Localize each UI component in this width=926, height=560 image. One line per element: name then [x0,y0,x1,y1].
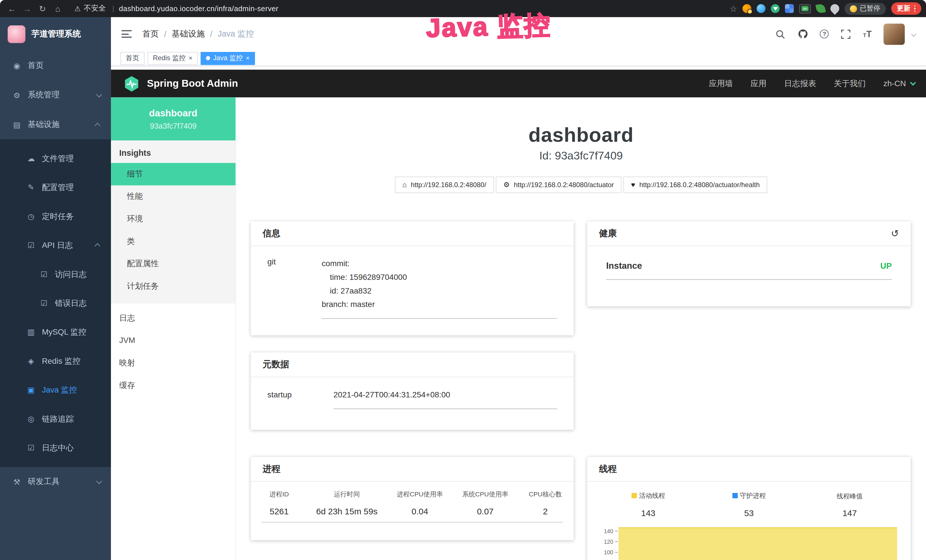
threads-card: 线程 活动线程 守护进程 [587,457,911,560]
sba-item-environment[interactable]: 环境 [111,208,236,230]
sba-item-details[interactable]: 细节 [111,163,236,185]
drop-extension-icon[interactable] [757,4,766,13]
history-icon[interactable]: ↺ [891,228,899,239]
metadata-card: 元数据 startup 2021-04-27T00:44:31.254+08:0… [251,352,574,430]
sba-nav-journal[interactable]: 日志报表 [784,78,816,89]
chevron-down-icon[interactable] [911,31,916,36]
admin-sidebar: 芋道管理系统 ◉ 首页 ⚙ 系统管理 ▤ 基础设施 ☁ 文件管理 [0,17,111,560]
instance-block[interactable]: dashboard 93a3fc7f7409 [111,97,236,140]
fullscreen-icon[interactable] [841,29,851,39]
sidebar-item-files[interactable]: ☁ 文件管理 [0,144,111,173]
info-value: commit: time: 1596289704000 id: 27aa832 … [322,257,557,319]
sba-item-configprops[interactable]: 配置属性 [111,253,236,275]
pencil-icon: ✎ [26,183,36,192]
grid-extension-icon[interactable] [785,4,794,13]
daemon-threads-value: 53 [699,509,799,518]
app-logo [8,25,26,43]
sidebar-item-log-center[interactable]: ☑ 日志中心 [0,433,111,462]
process-card: 进程 进程ID 5261 运行时间 [251,457,574,540]
font-size-icon[interactable] [863,29,872,39]
sidebar-item-config[interactable]: ✎ 配置管理 [0,173,111,202]
actuator-url-link[interactable]: ⚙ http://192.168.0.2:48080/actuator [496,177,622,193]
reload-icon[interactable]: ↻ [35,2,50,15]
threads-chart: 140 120 100 [598,525,900,557]
y-axis: 140 120 100 [598,525,618,557]
sidebar-item-api-logs[interactable]: ☑ API 日志 [0,231,111,260]
sba-item-jvm[interactable]: JVM [111,330,236,352]
security-chip[interactable]: ⚠ 不安全 | [74,3,118,14]
tab-home[interactable]: 首页 [120,51,145,65]
heart-icon: ♥ [631,180,635,189]
close-icon[interactable]: × [246,55,250,61]
help-icon[interactable]: ? [820,29,829,38]
peak-threads-value: 147 [799,509,900,518]
sba-item-mappings[interactable]: 映射 [111,352,236,374]
leaf-extension-icon[interactable] [816,3,826,14]
sidebar-item-error-logs[interactable]: ☑ 错误日志 [0,289,111,318]
sidebar-item-mysql[interactable]: ▥ MySQL 监控 [0,318,111,346]
sba-nav-applications[interactable]: 应用 [750,78,767,89]
forward-icon[interactable]: → [20,2,34,15]
tools-icon: ⚒ [12,477,22,486]
sidebar-item-system[interactable]: ⚙ 系统管理 [0,80,111,109]
address-bar[interactable]: dashboard.yudao.iocoder.cn/infra/admin-s… [119,5,278,13]
metric-process-cpu: 进程CPU使用率 0.04 [397,490,443,516]
blue-swatch-icon [732,493,737,498]
sidebar-item-home[interactable]: ◉ 首页 [0,51,111,80]
service-url-link[interactable]: ⌂ http://192.168.0.2:48080/ [395,177,494,193]
breadcrumb-infra[interactable]: 基础设施 [172,29,205,39]
sba-item-classes[interactable]: 类 [111,230,236,253]
sidebar-item-redis[interactable]: ◈ Redis 监控 [0,347,111,375]
app-title: 芋道管理系统 [31,29,81,39]
user-avatar[interactable] [884,23,905,45]
search-icon[interactable] [775,29,786,39]
hamburger-icon[interactable] [121,30,132,38]
wrench-icon: ⚙ [503,180,510,189]
bookmark-star-icon[interactable]: ☆ [730,4,737,13]
breadcrumb-separator: / [210,29,212,38]
home-icon[interactable]: ⌂ [51,2,65,15]
yellow-swatch-icon [631,493,637,498]
pin-extension-icon[interactable] [828,2,841,15]
threads-card-title: 线程 [587,457,911,482]
sidebar-item-devtools[interactable]: ⚒ 研发工具 [0,467,111,496]
log-icon: ☑ [26,443,36,452]
breadcrumb-separator: / [164,29,166,38]
locale-select[interactable]: zh-CN [883,79,914,88]
dashboard-cards: 信息 git commit: time: 1596289704000 id: 2… [236,221,926,560]
sba-nav-wallboard[interactable]: 应用墙 [709,78,733,89]
on-badge-extension-icon[interactable]: on [799,4,811,13]
sidebar-item-access-logs[interactable]: ☑ 访问日志 [0,260,111,289]
sba-item-caches[interactable]: 缓存 [111,374,236,397]
sidebar-item-jobs[interactable]: ◷ 定时任务 [0,202,111,231]
back-icon[interactable]: ← [5,2,19,15]
tab-java-monitor[interactable]: Java 监控 × [201,51,255,65]
sidebar-item-tracing[interactable]: ◎ 链路追踪 [0,404,111,433]
health-card: 健康 ↺ Instance UP [587,221,911,306]
infra-submenu: ☁ 文件管理 ✎ 配置管理 ◷ 定时任务 ☑ API 日志 ☑ [0,139,111,467]
sba-item-scheduled-tasks[interactable]: 计划任务 [111,275,236,298]
sba-brand[interactable]: Spring Boot Admin [123,75,238,92]
tab-redis-monitor[interactable]: Redis 监控 × [147,51,198,65]
breadcrumb: 首页 / 基础设施 / Java 监控 [142,29,254,39]
infra-icon: ▤ [12,120,22,129]
sba-item-metrics[interactable]: 性能 [111,185,236,208]
health-url-link[interactable]: ♥ http://192.168.0.2:48080/actuator/heal… [623,177,767,193]
chevron-up-icon [94,123,100,128]
insights-header: Insights [111,141,236,163]
profile-paused-chip[interactable]: 已暂停 [844,3,885,14]
sba-nav-about[interactable]: 关于我们 [834,78,866,89]
close-icon[interactable]: × [189,55,192,61]
chevron-down-icon [96,478,102,484]
spring-boot-admin: Spring Boot Admin 应用墙 应用 日志报表 关于我们 zh-CN [111,70,926,560]
github-icon[interactable] [798,29,808,39]
live-threads-area [619,527,897,560]
sba-item-logs[interactable]: 日志 [111,307,236,330]
sidebar-item-java-monitor[interactable]: ▣ Java 监控 [0,375,111,404]
menu-kebab-icon[interactable] [914,5,915,12]
fox-extension-icon[interactable] [742,4,751,13]
sidebar-item-infra[interactable]: ▤ 基础设施 [0,110,111,139]
vue-extension-icon[interactable] [771,4,780,13]
breadcrumb-home[interactable]: 首页 [142,29,159,39]
update-button[interactable]: 更新 [891,2,921,15]
